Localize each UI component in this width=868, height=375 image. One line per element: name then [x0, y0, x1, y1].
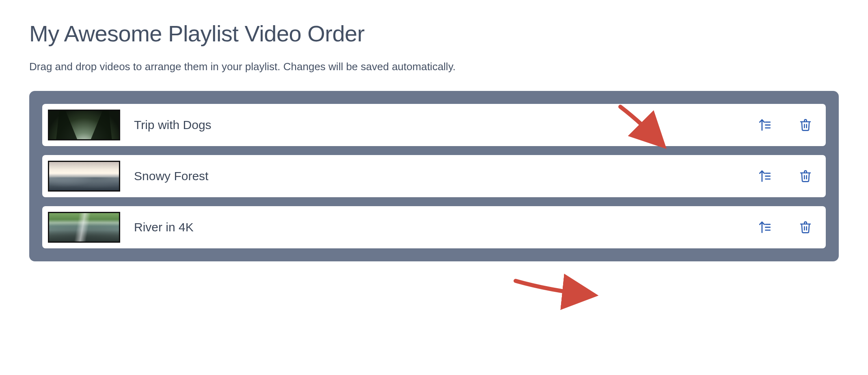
- trash-icon: [799, 170, 812, 183]
- page-title: My Awesome Playlist Video Order: [29, 20, 839, 47]
- move-to-top-icon: [758, 118, 772, 132]
- delete-button[interactable]: [797, 117, 814, 133]
- delete-button[interactable]: [797, 168, 814, 184]
- move-to-top-button[interactable]: [757, 219, 773, 235]
- playlist-row[interactable]: River in 4K: [42, 206, 826, 248]
- trash-icon: [799, 119, 812, 131]
- annotation-arrow: [513, 272, 594, 306]
- playlist-row[interactable]: Trip with Dogs: [42, 104, 826, 146]
- playlist-order-page: My Awesome Playlist Video Order Drag and…: [0, 0, 868, 261]
- trash-icon: [799, 221, 812, 234]
- move-to-top-button[interactable]: [757, 117, 773, 133]
- move-to-top-icon: [758, 169, 772, 183]
- move-to-top-button[interactable]: [757, 168, 773, 184]
- page-subtitle: Drag and drop videos to arrange them in …: [29, 60, 839, 73]
- video-thumbnail: [48, 161, 120, 192]
- video-thumbnail: [48, 212, 120, 243]
- row-actions: [757, 168, 814, 184]
- delete-button[interactable]: [797, 219, 814, 235]
- row-actions: [757, 117, 814, 133]
- video-title: Trip with Dogs: [134, 118, 757, 132]
- move-to-top-icon: [758, 220, 772, 234]
- video-title: River in 4K: [134, 220, 757, 234]
- video-thumbnail: [48, 110, 120, 140]
- row-actions: [757, 219, 814, 235]
- playlist-row[interactable]: Snowy Forest: [42, 155, 826, 197]
- video-title: Snowy Forest: [134, 169, 757, 183]
- playlist-panel: Trip with Dogs: [29, 91, 839, 261]
